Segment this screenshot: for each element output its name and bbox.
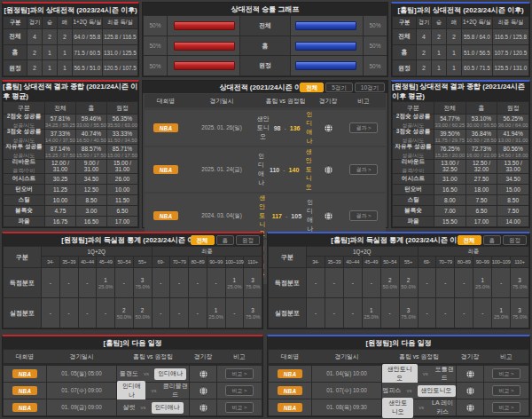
stat-value: 7.50 [476, 197, 488, 203]
dist-count: - [160, 310, 161, 316]
stat-value-cell: 8.50 [76, 195, 106, 205]
column-header: 최종 득/실 [103, 17, 137, 28]
range-header: 35~39 [60, 257, 78, 267]
compare-button[interactable]: 비교 > [225, 385, 253, 396]
stat-row: 블록슛 4.75 3.00 6.50 [4, 206, 137, 216]
dist-count: - [123, 280, 125, 286]
dist-cell: 1 25.0% [492, 298, 510, 328]
dist-header: 구분 1Q+2Q 34-35~3940~4445~4950~5455+ 최종 6… [4, 247, 262, 267]
column-header: 구분 [4, 102, 44, 114]
record-cell: 원정 [4, 60, 27, 75]
compare-button[interactable]: 비교 > [492, 368, 520, 379]
stat-label-cell: 스틸 [393, 195, 434, 205]
venue-cell [315, 110, 341, 146]
compare-button[interactable]: 비교 > [492, 385, 520, 396]
dist-count: - [352, 310, 354, 316]
column-header: 구분 [393, 102, 434, 114]
summary-table: 구분전체홈원정 2점슛 성공률 성공/시도 54.77% 33.00 / 60.… [392, 101, 529, 227]
record-cell: 1 [432, 45, 446, 60]
stat-value-cell: 37.33% 14.00 / 37.50 [45, 130, 75, 144]
stat-row: 3점슛 성공률 성공/시도 37.33% 14.00 / 37.50 40.74… [4, 130, 137, 144]
winrate-rows: 50% 전체 50% 50% 홈 50% 50% 원정 50% [144, 16, 387, 75]
record-cell: 125.8 / 116.5 [103, 29, 137, 44]
dist-filter-tab[interactable]: 홈 [216, 235, 235, 246]
stat-value-cell: 56.25% 36.00 / 64.00 [497, 115, 528, 129]
dist-cell: - [436, 298, 454, 328]
venue-globe-icon[interactable] [324, 123, 333, 133]
stat-value-cell: 13.00 / 32.50 [434, 160, 466, 174]
venue-globe-icon[interactable] [466, 369, 475, 379]
dist-cell: - [325, 268, 343, 297]
stat-value: 12.50 / 32.00 [466, 160, 497, 172]
stat-value: 27.50 [474, 176, 489, 182]
dist-count: - [315, 310, 317, 316]
dist-filter-tabs: 전체홈원정 [191, 235, 261, 246]
dist-filter-tab[interactable]: 전체 [458, 235, 481, 246]
action-cell: 결과 > [341, 110, 386, 146]
h2h-filter-tab[interactable]: 10경기 [355, 83, 385, 93]
record-header-row: 구분경기승패1+2Q 득/실최종 득/실 [4, 17, 137, 28]
matchup-cell: 샬럿 vs 인디애나 [117, 399, 189, 415]
dist-filter-tab[interactable]: 홈 [483, 235, 502, 246]
range-headers: 69-70~7980~8990~99100~109110+ [153, 257, 262, 267]
away-winrate-percent: 50% [364, 56, 387, 75]
dist-row-label: 실점분포 [4, 298, 41, 328]
dist-filter-tab[interactable]: 원정 [503, 235, 527, 246]
h2h-filter-tab[interactable]: 전체 [300, 83, 324, 93]
action-cell: 비교 > [484, 383, 528, 399]
venue-globe-icon[interactable] [324, 211, 333, 221]
result-button[interactable]: 결과 > [349, 210, 377, 221]
venue-globe-icon[interactable] [199, 386, 208, 396]
venue-cell [190, 383, 216, 399]
stat-label: 2점슛 성공률 [7, 113, 41, 121]
dist-cell: 3 75.0% [244, 298, 262, 328]
stat-value: 56.25% [503, 115, 522, 122]
away-winrate-bar [295, 42, 356, 51]
record-row: 홈21151.0 / 56.5107.5 / 120.5 [393, 45, 528, 60]
venue-globe-icon[interactable] [466, 386, 475, 396]
compare-button[interactable]: 비교 > [225, 402, 253, 413]
game-datetime: 01. 09(금) 09:00 [47, 399, 116, 415]
dist-cell: 3 75.0% [244, 268, 262, 297]
stat-values: 8.00 7.50 8.50 [434, 195, 528, 205]
panel-title: [홈팀]의 다음 일정 [3, 336, 262, 349]
stat-row: 어시스트 30.25 34.50 26.00 [4, 174, 137, 184]
dist-filter-tab[interactable]: 전체 [191, 235, 215, 246]
matchup-analysis-page: [원정팀]과의 상대전적 (2023/24시즌 이후) 구분경기승패1+2Q 득… [0, 0, 532, 419]
venue-cell [315, 147, 341, 192]
result-button[interactable]: 결과 > [349, 164, 377, 175]
stat-value: 17.00 [474, 218, 489, 225]
record-cell: 1 [43, 45, 57, 60]
stat-value-cell: 59.46% 33.00 / 55.50 [76, 115, 106, 129]
record-cell: 1 [447, 45, 461, 60]
stat-value: 17.00 [115, 218, 130, 225]
dist-col-group: 1Q+2Q 34-35~3940~4445~4950~5455+ [307, 247, 418, 267]
winrate-row-label: 홈 [240, 36, 290, 56]
record-rows: 전체42255.8 / 64.0116.5 / 125.8 홈21151.0 /… [393, 29, 528, 75]
h2h-filter-tab[interactable]: 5경기 [325, 83, 353, 93]
schedule-row: NBA 01. 04(일) 10:00 샌안토니오 vs 포틀랜드 [269, 366, 528, 382]
stat-value: 26.00 [115, 176, 130, 182]
panel-title: [홈팀]과의 상대전적 (2023/24시즌 이후) [392, 4, 529, 16]
stat-values: 15.50 17.00 14.00 [434, 217, 528, 226]
home-team-name: 인디애나 [117, 381, 145, 401]
stat-values: 7.00 6.50 7.50 [434, 206, 528, 216]
vs-label: vs [419, 405, 424, 410]
compare-button[interactable]: 비교 > [225, 368, 253, 379]
compare-button[interactable]: 비교 > [492, 402, 520, 413]
panel-away-team-schedule: [원정팀]의 다음 일정 대회명경기일시홈팀 vs 원정팀경기장비고 NBA 0… [267, 335, 530, 417]
summary-header-row: 구분전체홈원정 [393, 102, 528, 114]
venue-globe-icon[interactable] [324, 165, 333, 175]
venue-globe-icon[interactable] [199, 403, 208, 413]
league-cell: NBA [269, 399, 311, 415]
venue-globe-icon[interactable] [466, 403, 475, 413]
result-button[interactable]: 결과 > [349, 123, 377, 133]
league-badge: NBA [153, 165, 179, 174]
venue-globe-icon[interactable] [199, 369, 208, 379]
dist-col-groups: 1Q+2Q 34-35~3940~4445~4950~5455+ 최종 69-7… [42, 247, 262, 267]
dist-filter-tab[interactable]: 원정 [236, 235, 260, 246]
column-header: 홈팀 vs 원정팀 [117, 350, 189, 363]
stat-value: 6.50 [476, 208, 488, 214]
game-datetime: 2025. 01. 24(금) [187, 147, 256, 192]
stat-label-cell: 자유투 성공률 성공/시도 [393, 145, 434, 159]
